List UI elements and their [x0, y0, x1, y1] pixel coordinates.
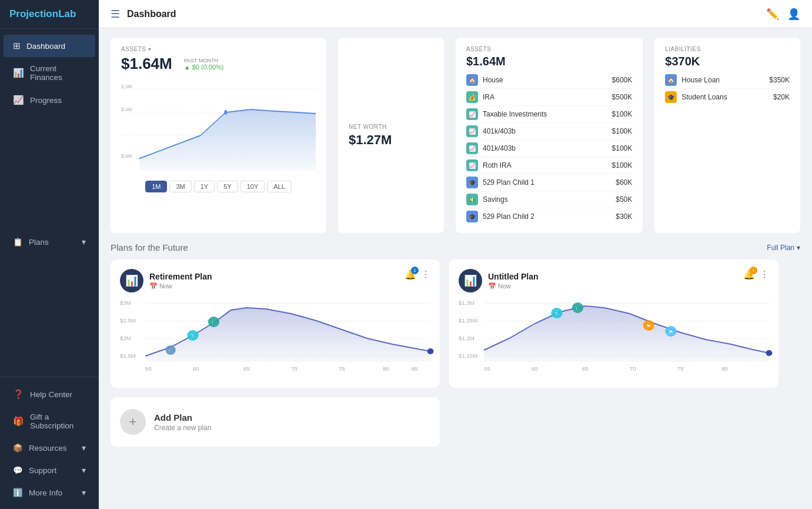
svg-text:$1.64M: $1.64M: [121, 83, 132, 89]
plans-subtitle: for the Future: [135, 242, 188, 252]
sidebar: ProjectionLab ⊞ Dashboard 📊 Current Fina…: [0, 0, 99, 509]
svg-point-7: [224, 110, 227, 115]
page-title: Dashboard: [127, 9, 176, 19]
svg-text:60: 60: [532, 366, 538, 372]
svg-text:$1.5M: $1.5M: [120, 353, 136, 359]
time-btn-10y[interactable]: 10Y: [240, 181, 265, 192]
sidebar-item-dashboard[interactable]: ⊞ Dashboard: [4, 35, 95, 57]
app-logo: ProjectionLab: [0, 0, 99, 29]
net-worth-label: NET WORTH: [349, 124, 433, 130]
svg-text:$1.15M: $1.15M: [459, 353, 478, 359]
untitled-plan-name: Untitled Plan: [488, 272, 539, 281]
svg-text:$3M: $3M: [120, 300, 131, 306]
svg-text:65: 65: [243, 366, 250, 372]
untitled-plan-card: 📊 Untitled Plan 📅 Now 🔔1: [449, 260, 778, 388]
retirement-plan-chart: $3M $2.5M $2M $1.5M 55 60 65 70 75 80 85: [120, 297, 430, 374]
profile-icon[interactable]: 👤: [787, 8, 800, 21]
plan-actions: 🔔1 ⋮: [405, 269, 430, 280]
support-icon: 💬: [13, 465, 23, 475]
time-btn-5y[interactable]: 5Y: [217, 181, 238, 192]
asset-rows: 🏠 House $600K 💰 IRA $500K 📈 Taxable Inve…: [466, 72, 632, 225]
svg-text:⚑: ⚑: [646, 323, 650, 329]
progress-icon: 📈: [13, 95, 24, 105]
liabilities-card: LIABILITIES $370K 🏠 House Loan $350K 🎓 S…: [654, 38, 800, 233]
add-plan-card[interactable]: + Add Plan Create a new plan: [111, 397, 440, 447]
svg-text:75: 75: [339, 366, 345, 372]
svg-text:$1.3M: $1.3M: [459, 300, 474, 306]
sidebar-item-help-center[interactable]: ❓ Help Center: [4, 383, 95, 405]
chevron-down-icon: ▾: [82, 488, 86, 497]
stats-row: ASSETS ▾ $1.64M PAST MONTH ▲ $0 (0.00%): [111, 38, 800, 233]
sidebar-item-progress[interactable]: 📈 Progress: [4, 89, 95, 111]
dropdown-icon[interactable]: ▾: [148, 46, 152, 52]
svg-point-44: [766, 350, 773, 356]
menu-icon[interactable]: ☰: [111, 8, 120, 21]
sidebar-item-label: Progress: [30, 96, 62, 105]
untitled-plan-date: 📅 Now: [488, 282, 539, 290]
info-icon: ℹ️: [13, 488, 23, 497]
assets-label: ASSETS ▾: [121, 46, 316, 52]
net-worth-card: NET WORTH $1.27M: [338, 38, 444, 233]
calendar-icon: 📅: [488, 282, 496, 290]
svg-text:⚑: ⚑: [669, 329, 673, 335]
plans-grid: 📊 Retirement Plan 📅 Now �: [111, 260, 800, 388]
asset-row: 💵 Savings $50K: [466, 191, 632, 208]
svg-text:65: 65: [582, 366, 589, 372]
asset-row: 📈 Taxable Investments $100K: [466, 106, 632, 123]
sidebar-item-resources[interactable]: 📦 Resources ▾: [4, 437, 95, 458]
sidebar-item-label: Support: [29, 466, 56, 475]
sidebar-nav: ⊞ Dashboard 📊 Current Finances 📈 Progres…: [0, 29, 99, 377]
assets-chart-card: ASSETS ▾ $1.64M PAST MONTH ▲ $0 (0.00%): [111, 38, 326, 233]
liabilities-label: LIABILITIES: [665, 46, 790, 52]
svg-text:55: 55: [145, 366, 152, 372]
time-btn-1m[interactable]: 1M: [145, 181, 167, 192]
sidebar-item-label: Dashboard: [26, 42, 65, 51]
sidebar-item-support[interactable]: 💬 Support ▾: [4, 460, 95, 481]
asset-row: 🏠 House $600K: [466, 72, 632, 89]
notification-icon[interactable]: 🔔1: [405, 269, 416, 280]
assets-breakdown-card: ASSETS $1.64M 🏠 House $600K 💰 IRA $500K: [456, 38, 643, 233]
sidebar-item-current-finances[interactable]: 📊 Current Finances: [4, 58, 95, 88]
dashboard-content: ASSETS ▾ $1.64M PAST MONTH ▲ $0 (0.00%): [99, 28, 812, 456]
sidebar-item-label: Resources: [29, 444, 67, 453]
sidebar-item-gift-subscription[interactable]: 🎁 Gift a Subscription: [4, 407, 95, 436]
assets-breakdown-label: ASSETS: [466, 46, 506, 52]
sidebar-item-label: Help Center: [30, 390, 72, 399]
svg-text:$2M: $2M: [120, 335, 131, 341]
asset-row: 🎓 529 Plan Child 2 $30K: [466, 208, 632, 225]
finances-icon: 📊: [13, 68, 24, 78]
svg-text:60: 60: [193, 366, 199, 372]
svg-text:55: 55: [484, 366, 490, 372]
help-icon: ❓: [13, 389, 24, 400]
svg-text:70: 70: [630, 366, 636, 372]
svg-text:?: ?: [555, 311, 558, 317]
sidebar-item-plans[interactable]: 📋 Plans ▾: [4, 231, 95, 252]
net-worth-value: $1.27M: [349, 132, 433, 148]
svg-text:$1.25M: $1.25M: [459, 318, 478, 324]
time-btn-all[interactable]: ALL: [267, 181, 292, 192]
time-btn-1y[interactable]: 1Y: [194, 181, 215, 192]
sidebar-item-more-info[interactable]: ℹ️ More Info ▾: [4, 482, 95, 503]
svg-text:$1.64M: $1.64M: [121, 107, 132, 113]
sidebar-item-label: More Info: [29, 488, 62, 497]
settings-icon[interactable]: ✏️: [766, 8, 779, 21]
svg-text:?: ?: [191, 332, 194, 338]
sidebar-item-label: Gift a Subscription: [30, 412, 86, 430]
more-options-icon[interactable]: ⋮: [760, 269, 769, 280]
svg-text:↑: ↑: [211, 320, 213, 325]
main-content: ☰ Dashboard ✏️ 👤 ASSETS ▾ $1.64M: [99, 0, 812, 509]
more-options-icon[interactable]: ⋮: [421, 269, 430, 280]
past-month-value: ▲ $0 (0.00%): [184, 64, 224, 71]
svg-text:85: 85: [412, 366, 418, 372]
retirement-plan-icon: 📊: [120, 269, 143, 292]
plans-header: Plans for the Future Full Plan ▾: [111, 242, 800, 252]
plans-section: Plans for the Future Full Plan ▾ 📊 Ret: [111, 242, 800, 447]
retirement-plan-name: Retirement Plan: [149, 272, 212, 281]
svg-text:$1.64M: $1.64M: [121, 152, 132, 159]
time-btn-3m[interactable]: 3M: [169, 181, 191, 192]
liability-row: 🏠 House Loan $350K: [665, 72, 790, 89]
asset-row: 🎓 529 Plan Child 1 $60K: [466, 174, 632, 191]
gift-icon: 🎁: [13, 416, 24, 427]
notification-icon[interactable]: 🔔1: [743, 269, 755, 280]
full-plan-button[interactable]: Full Plan ▾: [767, 244, 800, 252]
